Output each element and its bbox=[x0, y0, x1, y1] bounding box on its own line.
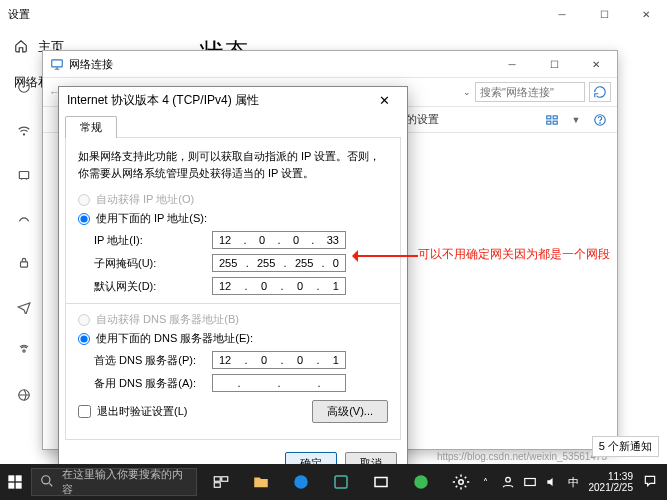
nc-app-icon bbox=[49, 56, 65, 72]
svg-point-12 bbox=[600, 122, 601, 123]
label-dns-alt: 备用 DNS 服务器(A): bbox=[94, 376, 212, 391]
svg-rect-22 bbox=[335, 476, 347, 488]
settings-titlebar: 设置 ─ ☐ ✕ bbox=[0, 0, 667, 28]
start-button[interactable] bbox=[0, 464, 31, 500]
dialog-close-button[interactable]: ✕ bbox=[369, 89, 399, 111]
checkbox-validate-on-exit[interactable] bbox=[78, 405, 91, 418]
input-dns-alt[interactable]: ... bbox=[212, 374, 346, 392]
airplane-icon[interactable] bbox=[17, 300, 31, 316]
tray-clock[interactable]: 11:39 2021/2/25 bbox=[589, 471, 634, 494]
svg-point-1 bbox=[23, 134, 24, 135]
tray-date: 2021/2/25 bbox=[589, 482, 634, 494]
label-dns-primary: 首选 DNS 服务器(P): bbox=[94, 353, 212, 368]
svg-point-21 bbox=[294, 475, 308, 489]
chevron-down-icon[interactable]: ⌄ bbox=[463, 87, 471, 97]
task-view-icon[interactable] bbox=[205, 468, 237, 496]
radio-manual-ip[interactable]: 使用下面的 IP 地址(S): bbox=[78, 211, 388, 226]
dialog-titlebar: Internet 协议版本 4 (TCP/IPv4) 属性 ✕ bbox=[59, 87, 407, 113]
svg-rect-9 bbox=[547, 121, 551, 124]
dialog-description: 如果网络支持此功能，则可以获取自动指派的 IP 设置。否则，你需要从网络系统管理… bbox=[78, 148, 388, 182]
svg-rect-14 bbox=[16, 475, 22, 481]
checkbox-validate-label: 退出时验证设置(L) bbox=[97, 404, 187, 419]
home-icon bbox=[14, 39, 28, 56]
svg-rect-19 bbox=[221, 477, 227, 482]
annotation-text: 可以不用确定网关因为都是一个网段 bbox=[418, 246, 610, 263]
svg-point-25 bbox=[458, 480, 463, 485]
tray-network-icon[interactable] bbox=[521, 473, 539, 491]
radio-auto-dns-label: 自动获得 DNS 服务器地址(B) bbox=[96, 312, 239, 327]
status-icon[interactable] bbox=[17, 80, 31, 96]
svg-rect-15 bbox=[9, 483, 15, 489]
svg-rect-3 bbox=[21, 262, 28, 267]
tray-volume-icon[interactable] bbox=[543, 473, 561, 491]
tray-chevron-up-icon[interactable]: ˄ bbox=[477, 473, 495, 491]
svg-rect-2 bbox=[19, 172, 28, 179]
ethernet-icon[interactable] bbox=[17, 168, 31, 184]
svg-rect-6 bbox=[52, 60, 63, 67]
tray-ime-icon[interactable]: 中 bbox=[565, 473, 583, 491]
watermark: https://blog.csdn.net/weixin_53561473 bbox=[437, 451, 607, 462]
input-dns-primary[interactable]: 12.0.0.1 bbox=[212, 351, 346, 369]
nc-title: 网络连接 bbox=[69, 57, 113, 72]
taskbar-app-vmware[interactable] bbox=[325, 468, 357, 496]
nc-minimize-button[interactable]: ─ bbox=[491, 51, 533, 77]
taskbar-app-edge[interactable] bbox=[285, 468, 317, 496]
dialup-icon[interactable] bbox=[17, 212, 31, 228]
tab-general[interactable]: 常规 bbox=[65, 116, 117, 138]
svg-rect-13 bbox=[9, 475, 15, 481]
help-icon[interactable] bbox=[591, 111, 609, 129]
taskbar-search-placeholder: 在这里输入你要搜索的内容 bbox=[62, 467, 188, 497]
tray-people-icon[interactable] bbox=[499, 473, 517, 491]
taskbar-app-wechat[interactable] bbox=[405, 468, 437, 496]
proxy-icon[interactable] bbox=[17, 388, 31, 404]
notification-badge[interactable]: 5 个新通知 bbox=[592, 436, 659, 457]
svg-rect-20 bbox=[214, 483, 220, 488]
nc-close-button[interactable]: ✕ bbox=[575, 51, 617, 77]
settings-category-icons bbox=[14, 80, 34, 404]
wifi-icon[interactable] bbox=[17, 124, 31, 140]
taskbar-app-settings[interactable] bbox=[445, 468, 477, 496]
maximize-button[interactable]: ☐ bbox=[583, 0, 625, 28]
refresh-icon[interactable] bbox=[589, 82, 611, 102]
input-subnet-mask[interactable]: 255.255.255.0 bbox=[212, 254, 346, 272]
settings-title: 设置 bbox=[8, 7, 30, 22]
label-gateway: 默认网关(D): bbox=[94, 279, 212, 294]
svg-point-24 bbox=[414, 475, 428, 489]
input-ip-address[interactable]: 12.0.0.33 bbox=[212, 231, 346, 249]
input-default-gateway[interactable]: 12.0.0.1 bbox=[212, 277, 346, 295]
svg-rect-23 bbox=[375, 478, 387, 487]
vpn-icon[interactable] bbox=[17, 256, 31, 272]
svg-point-17 bbox=[42, 476, 50, 484]
taskbar: 在这里输入你要搜索的内容 ˄ 中 11:39 2021/2/25 bbox=[0, 464, 667, 500]
nc-maximize-button[interactable]: ☐ bbox=[533, 51, 575, 77]
svg-point-0 bbox=[19, 82, 30, 93]
annotation-arrow bbox=[346, 252, 418, 260]
label-ip: IP 地址(I): bbox=[94, 233, 212, 248]
hotspot-icon[interactable] bbox=[17, 344, 31, 360]
radio-manual-dns[interactable]: 使用下面的 DNS 服务器地址(E): bbox=[78, 331, 388, 346]
nc-search-input[interactable] bbox=[475, 82, 585, 102]
tray-action-center-icon[interactable] bbox=[639, 474, 661, 490]
taskbar-app-explorer[interactable] bbox=[245, 468, 277, 496]
radio-auto-ip[interactable]: 自动获得 IP 地址(O) bbox=[78, 192, 388, 207]
minimize-button[interactable]: ─ bbox=[541, 0, 583, 28]
ipv4-properties-dialog: Internet 协议版本 4 (TCP/IPv4) 属性 ✕ 常规 如果网络支… bbox=[58, 86, 408, 484]
advanced-button[interactable]: 高级(V)... bbox=[312, 400, 388, 423]
svg-point-4 bbox=[23, 350, 25, 352]
search-icon bbox=[40, 474, 54, 490]
svg-rect-16 bbox=[16, 483, 22, 489]
view-icon[interactable] bbox=[543, 111, 561, 129]
svg-rect-7 bbox=[547, 115, 551, 118]
svg-rect-27 bbox=[524, 479, 535, 486]
tray-time: 11:39 bbox=[589, 471, 634, 483]
taskbar-app-generic[interactable] bbox=[365, 468, 397, 496]
radio-manual-ip-label: 使用下面的 IP 地址(S): bbox=[96, 211, 207, 226]
taskbar-search[interactable]: 在这里输入你要搜索的内容 bbox=[31, 468, 197, 496]
close-button[interactable]: ✕ bbox=[625, 0, 667, 28]
radio-auto-dns: 自动获得 DNS 服务器地址(B) bbox=[78, 312, 388, 327]
svg-point-26 bbox=[505, 477, 510, 482]
nc-titlebar: 网络连接 ─ ☐ ✕ bbox=[43, 51, 617, 77]
view-dropdown-icon[interactable]: ▼ bbox=[567, 111, 585, 129]
radio-manual-dns-label: 使用下面的 DNS 服务器地址(E): bbox=[96, 331, 253, 346]
dialog-title: Internet 协议版本 4 (TCP/IPv4) 属性 bbox=[67, 92, 259, 109]
